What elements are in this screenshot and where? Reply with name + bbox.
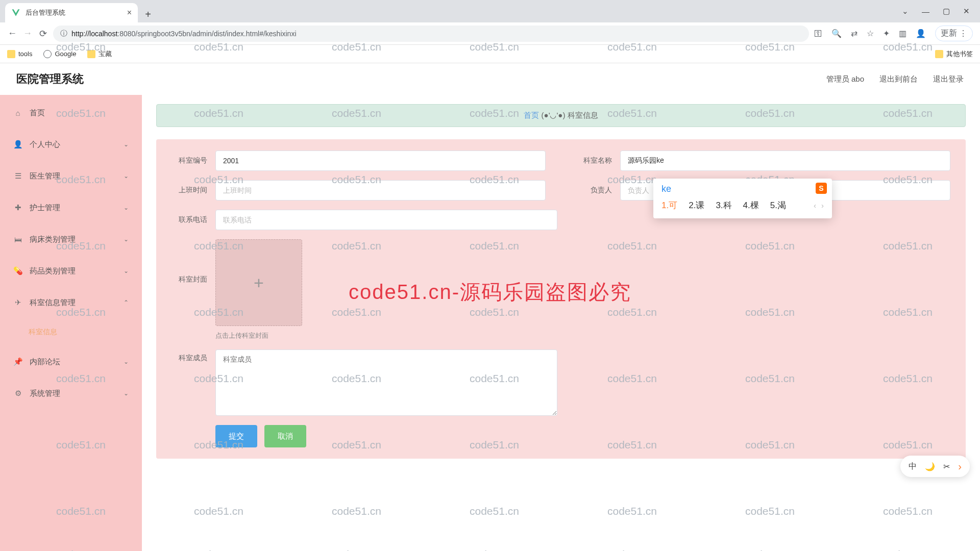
ime-nav: ‹ › [814,201,824,210]
sidebar-item-doctor[interactable]: ☰医生管理⌄ [0,160,142,192]
chevron-down-icon[interactable]: ⌄ [902,7,909,16]
ime-cand-3[interactable]: 3.科 [716,199,731,211]
reload-icon[interactable]: ⟳ [38,28,48,39]
list-icon: ☰ [13,171,22,181]
sidebar-item-dept-info[interactable]: 科室信息 [0,318,142,346]
plus-icon: ✚ [13,203,22,212]
gear-icon: ⚙ [13,389,22,398]
chevron-up-icon: ⌃ [124,299,129,306]
ime-cand-5[interactable]: 5.渴 [770,199,786,211]
bookmark-google[interactable]: Google [43,50,76,58]
new-tab-button[interactable]: + [140,6,156,22]
submit-button[interactable]: 提交 [215,425,257,447]
ime-prev-icon[interactable]: ‹ [814,201,816,210]
address-bar: ← → ⟳ ⓘ http://localhost:8080/springboot… [0,22,980,45]
cover-label: 科室封面 [172,239,207,284]
ime-popup: S ke 1.可 2.课 3.科 4.棵 5.渴 ‹ › [653,179,832,218]
bookmark-baozang[interactable]: 宝藏 [87,49,112,59]
forward-icon[interactable]: → [22,28,33,39]
chevron-down-icon: ⌄ [124,267,129,274]
expand-icon[interactable]: › [958,461,962,472]
phone-input[interactable] [215,210,557,230]
globe-icon [43,50,52,58]
bed-icon: 🛏 [13,235,22,244]
user-icon: 👤 [13,140,22,149]
update-button[interactable]: 更新⋮ [935,26,973,41]
plane-icon: ✈ [13,298,22,307]
chevron-down-icon: ⌄ [124,204,129,211]
sidebar-item-profile[interactable]: 👤个人中心⌄ [0,129,142,160]
members-textarea[interactable] [215,349,557,416]
sogou-icon: S [816,183,827,194]
workspace: ⌂首页 👤个人中心⌄ ☰医生管理⌄ ✚护士管理⌄ 🛏病床类别管理⌄ 💊药品类别管… [0,95,980,551]
user-label[interactable]: 管理员 abo [826,74,864,84]
chevron-down-icon: ⌄ [124,172,129,180]
browser-tab[interactable]: 后台管理系统 × [5,3,138,22]
key-icon[interactable]: ⚿ [814,29,822,38]
work-time-input[interactable] [215,180,546,201]
sidebar-item-dept-info-mgmt[interactable]: ✈科室信息管理⌃ [0,287,142,318]
dept-name-input[interactable] [620,151,950,171]
bookmark-tools[interactable]: tools [7,50,32,58]
ime-input-text: ke [662,184,824,194]
cover-upload[interactable]: + [215,239,302,326]
sidebar-item-forum[interactable]: 📌内部论坛⌄ [0,346,142,378]
search-icon[interactable]: 🔍 [831,29,842,38]
folder-icon [7,50,15,58]
extensions-icon[interactable]: ✦ [883,29,890,38]
other-bookmarks[interactable]: 其他书签 [935,49,973,59]
work-time-label: 上班时间 [172,186,207,195]
home-icon: ⌂ [13,109,22,117]
tab-title: 后台管理系统 [26,8,122,17]
pin-icon: 📌 [13,357,22,366]
folder-icon [87,50,95,58]
minimize-icon[interactable]: — [922,7,929,16]
sidebar: ⌂首页 👤个人中心⌄ ☰医生管理⌄ ✚护士管理⌄ 🛏病床类别管理⌄ 💊药品类别管… [0,95,142,551]
app-header: 医院管理系统 管理员 abo 退出到前台 退出登录 [0,63,980,95]
sidebar-item-drug[interactable]: 💊药品类别管理⌄ [0,255,142,287]
exit-to-front-link[interactable]: 退出到前台 [879,74,918,84]
ime-cand-4[interactable]: 4.棵 [743,199,759,211]
ime-cand-1[interactable]: 1.可 [662,199,677,211]
bookmarks-bar: tools Google 宝藏 其他书签 [0,45,980,63]
sidebar-item-bed[interactable]: 🛏病床类别管理⌄ [0,223,142,255]
cover-hint: 点击上传科室封面 [215,331,302,340]
content-area: 首页 (●'◡'●) 科室信息 科室编号 科室名称 上班时间 负责人 联系电话 … [142,95,980,551]
breadcrumb-home[interactable]: 首页 [524,111,539,119]
ime-next-icon[interactable]: › [821,201,824,210]
dept-code-input[interactable] [215,151,546,171]
url-text: http://localhost:8080/springboot3v5bn/ad… [71,30,297,38]
profile-icon[interactable]: 👤 [916,29,926,38]
moon-icon[interactable]: 🌙 [925,462,935,471]
translate-icon[interactable]: ⇄ [851,29,857,38]
chevron-down-icon: ⌄ [124,236,129,243]
maximize-icon[interactable]: ▢ [943,7,950,16]
close-window-icon[interactable]: ✕ [963,7,970,16]
sidebar-item-system[interactable]: ⚙系统管理⌄ [0,378,142,409]
addrbar-actions: ⚿ 🔍 ⇄ ☆ ✦ ▥ 👤 更新⋮ [814,26,973,41]
app-title: 医院管理系统 [16,71,84,87]
breadcrumb-current: 科室信息 [568,111,598,119]
scissors-icon[interactable]: ✂ [943,462,950,471]
owner-label: 负责人 [576,186,612,195]
sidebar-item-home[interactable]: ⌂首页 [0,97,142,129]
dept-code-label: 科室编号 [172,156,207,165]
url-field[interactable]: ⓘ http://localhost:8080/springboot3v5bn/… [53,26,809,42]
sidebar-item-nurse[interactable]: ✚护士管理⌄ [0,192,142,223]
close-tab-icon[interactable]: × [127,8,132,17]
star-icon[interactable]: ☆ [867,29,874,38]
phone-label: 联系电话 [172,215,207,224]
language-bar[interactable]: 中 🌙 ✂ › [900,456,970,477]
logout-link[interactable]: 退出登录 [933,74,964,84]
window-controls: ⌄ — ▢ ✕ [902,0,980,22]
ime-cand-2[interactable]: 2.课 [689,199,704,211]
breadcrumb: 首页 (●'◡'●) 科室信息 [156,104,966,127]
dept-name-label: 科室名称 [576,156,612,165]
sidepanel-icon[interactable]: ▥ [899,29,906,38]
pill-icon: 💊 [13,266,22,276]
site-info-icon[interactable]: ⓘ [60,29,67,38]
lang-indicator[interactable]: 中 [909,461,917,472]
back-icon[interactable]: ← [7,28,17,39]
cancel-button[interactable]: 取消 [264,425,306,447]
breadcrumb-sep: (●'◡'●) [542,111,566,119]
